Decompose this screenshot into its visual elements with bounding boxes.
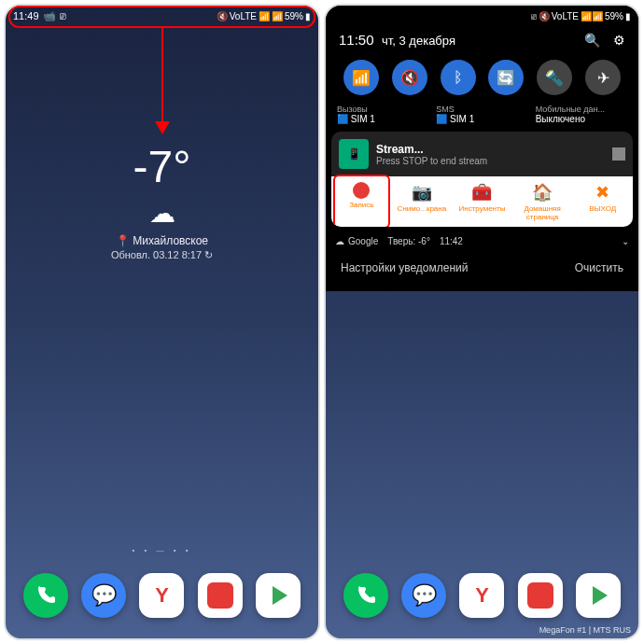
battery-text: 59% — [605, 11, 623, 21]
statusbar[interactable]: ⎚ 🔇 VoLTE 📶📶 59% ▮ — [326, 6, 638, 26]
volte-icon: VoLTE — [552, 11, 579, 21]
gear-icon[interactable]: ⚙ — [613, 33, 625, 48]
camera-app[interactable] — [198, 573, 243, 618]
phone-left: 11:49 📹 ⎚ 🔇 VoLTE 📶 📶 59% ▮ -7° ☁ 📍 Миха… — [4, 4, 320, 640]
dock: 💬 Y — [326, 573, 638, 618]
refresh-icon: ↻ — [204, 249, 213, 260]
shade-date: чт, 3 декабря — [382, 34, 455, 48]
cloud-icon: ☁ — [335, 236, 344, 246]
sim-data[interactable]: Мобильные дан...Выключено — [532, 105, 631, 124]
bluetooth-toggle[interactable]: ᛒ — [441, 60, 476, 95]
phone-right: ⎚ 🔇 VoLTE 📶📶 59% ▮ 11:50 чт, 3 декабря 🔍… — [324, 4, 640, 640]
chevron-down-icon: ⌄ — [622, 236, 629, 246]
yandex-app[interactable]: Y — [139, 573, 184, 618]
home-button[interactable]: 🏠Домашняя страница — [512, 176, 573, 227]
weather-widget[interactable]: -7° ☁ 📍 Михайловское Обновл. 03.12 8:17 … — [6, 141, 318, 261]
phone-app[interactable] — [23, 573, 68, 618]
search-icon[interactable]: 🔍 — [584, 33, 600, 48]
flashlight-toggle[interactable]: 🔦 — [537, 60, 572, 95]
phone-app[interactable] — [343, 573, 388, 618]
statusbar-highlight — [8, 6, 315, 28]
sound-toggle[interactable]: 🔇 — [392, 60, 427, 95]
airplane-toggle[interactable]: ✈ — [585, 60, 621, 95]
mute-icon: 🔇 — [539, 11, 550, 21]
stop-icon[interactable] — [612, 147, 625, 161]
messages-app[interactable]: 💬 — [401, 573, 446, 618]
sim-calls[interactable]: Вызовы🟦 SIM 1 — [333, 105, 432, 124]
shade-footer: Настройки уведомлений Очистить — [326, 252, 638, 284]
screenshot-button[interactable]: 📷Снимо...крана — [392, 176, 453, 227]
dock: 💬 Y — [6, 573, 318, 618]
rotate-toggle[interactable]: 🔄 — [488, 60, 524, 95]
sim-sms[interactable]: SMS🟦 SIM 1 — [432, 105, 531, 124]
cast-icon: ⎚ — [531, 11, 537, 21]
battery-icon: ▮ — [625, 11, 631, 21]
notif-settings-button[interactable]: Настройки уведомлений — [341, 261, 468, 274]
notif-title: Stream... — [376, 143, 605, 156]
signal-icon: 📶📶 — [581, 11, 603, 21]
shade-time: 11:50 — [339, 32, 374, 48]
exit-button[interactable]: ✖ВЫХОД — [572, 176, 633, 227]
temperature: -7° — [6, 141, 318, 192]
notification-shade: 11:50 чт, 3 декабря 🔍 ⚙ 📶 🔇 ᛒ 🔄 🔦 ✈ Вызо… — [326, 26, 638, 291]
carrier-label: MegaFon #1 | MTS RUS — [539, 625, 631, 635]
play-store-app[interactable] — [256, 573, 301, 618]
google-weather-row[interactable]: ☁ Google Тверь: -6° 11:42 ⌄ — [326, 231, 638, 252]
page-indicator: • • — • • — [6, 546, 318, 554]
annotation-arrow — [155, 28, 170, 134]
sim-row: Вызовы🟦 SIM 1 SMS🟦 SIM 1 Мобильные дан..… — [326, 101, 638, 128]
yandex-app[interactable]: Y — [459, 573, 504, 618]
messages-app[interactable]: 💬 — [81, 573, 126, 618]
camera-app[interactable] — [518, 573, 563, 618]
pin-icon: 📍 — [116, 234, 130, 247]
updated-text: Обновл. 03.12 8:17 ↻ — [6, 249, 318, 261]
tools-button[interactable]: 🧰Инструменты — [452, 176, 512, 227]
clear-button[interactable]: Очистить — [575, 261, 623, 274]
record-button[interactable]: Запись — [331, 176, 392, 227]
app-icon: 📱 — [339, 139, 369, 169]
wifi-toggle[interactable]: 📶 — [343, 60, 379, 95]
quick-settings: 📶 🔇 ᛒ 🔄 🔦 ✈ — [326, 54, 638, 101]
notif-actions: Запись 📷Снимо...крана 🧰Инструменты 🏠Дома… — [331, 176, 633, 227]
weather-icon: ☁ — [6, 198, 318, 229]
stream-notification[interactable]: 📱 Stream... Press STOP to end stream Зап… — [331, 132, 633, 227]
location: 📍 Михайловское — [6, 234, 318, 247]
play-store-app[interactable] — [576, 573, 621, 618]
notif-subtitle: Press STOP to end stream — [376, 156, 605, 166]
